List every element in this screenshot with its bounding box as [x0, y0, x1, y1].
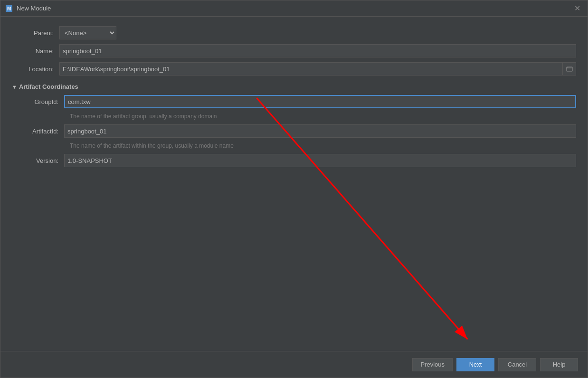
svg-text:M: M	[7, 6, 11, 11]
groupid-hint: The name of the artifact group, usually …	[70, 113, 576, 120]
artifact-section-header: ▼ Artifact Coordinates	[12, 83, 576, 90]
location-row: Location:	[12, 62, 576, 76]
version-label: Version:	[17, 157, 64, 164]
parent-select[interactable]: <None>	[59, 26, 116, 39]
location-input[interactable]	[59, 62, 563, 76]
section-title: Artifact Coordinates	[19, 83, 78, 90]
section-toggle-icon[interactable]: ▼	[12, 84, 17, 90]
parent-row: Parent: <None>	[12, 26, 576, 39]
cancel-button[interactable]: Cancel	[498, 358, 536, 371]
version-control	[64, 154, 576, 167]
dialog-footer: Previous Next Cancel Help	[0, 351, 588, 378]
close-button[interactable]: ✕	[571, 3, 583, 14]
name-control	[59, 44, 576, 57]
name-input[interactable]	[59, 44, 576, 57]
previous-button[interactable]: Previous	[412, 358, 453, 371]
location-label: Location:	[12, 66, 59, 73]
version-input[interactable]	[64, 154, 576, 167]
artifactid-row: ArtifactId:	[17, 124, 576, 138]
help-button[interactable]: Help	[540, 358, 578, 371]
location-control	[59, 62, 576, 76]
name-row: Name:	[12, 44, 576, 57]
groupid-input[interactable]	[64, 95, 576, 108]
dialog-icon: M	[5, 5, 13, 12]
artifactid-input[interactable]	[64, 124, 576, 138]
groupid-label: GroupId:	[17, 98, 64, 105]
artifactid-control	[64, 124, 576, 138]
groupid-control	[64, 95, 576, 108]
new-module-dialog: M New Module ✕ Parent: <None> Name: Loca…	[0, 0, 588, 378]
dialog-content: Parent: <None> Name: Location:	[0, 17, 588, 351]
groupid-row: GroupId:	[17, 95, 576, 108]
next-button[interactable]: Next	[456, 358, 494, 371]
artifact-section-content: GroupId: The name of the artifact group,…	[12, 95, 576, 172]
artifactid-hint: The name of the artifact within the grou…	[70, 142, 576, 149]
version-row: Version:	[17, 154, 576, 167]
parent-control: <None>	[59, 26, 576, 39]
title-bar: M New Module ✕	[0, 0, 588, 17]
name-label: Name:	[12, 47, 59, 55]
parent-label: Parent:	[12, 29, 59, 37]
artifactid-label: ArtifactId:	[17, 128, 64, 135]
dialog-title: New Module	[17, 5, 571, 12]
browse-button[interactable]	[563, 62, 576, 76]
